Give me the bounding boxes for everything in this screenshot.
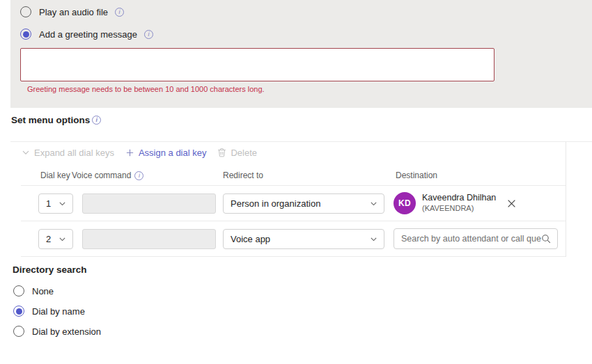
radio-dial-by-name[interactable]: Dial by name bbox=[13, 306, 85, 317]
dial-key-dropdown[interactable]: 1 bbox=[38, 193, 73, 214]
radio-dial-by-extension[interactable]: Dial by extension bbox=[13, 326, 101, 337]
greeting-message-textarea[interactable] bbox=[20, 48, 494, 81]
radio-none[interactable]: None bbox=[13, 285, 54, 296]
person-alias: (KAVEENDRA) bbox=[422, 204, 496, 214]
greeting-error-message: Greeting message needs to be between 10 … bbox=[27, 85, 265, 93]
avatar: KD bbox=[394, 192, 416, 214]
chevron-down-icon bbox=[370, 235, 377, 243]
radio-icon[interactable] bbox=[20, 29, 31, 40]
radio-dial-by-name-label: Dial by name bbox=[29, 306, 85, 317]
destination-person: KD Kaveendra Dhilhan (KAVEENDRA) bbox=[394, 192, 516, 214]
dial-key-row-1: 1 Person in organization KD Kaveendra Dh… bbox=[21, 186, 566, 221]
chevron-down-icon bbox=[59, 235, 66, 243]
radio-icon[interactable] bbox=[13, 326, 24, 337]
assign-dial-key-button[interactable]: Assign a dial key bbox=[139, 148, 207, 158]
info-icon[interactable]: i bbox=[134, 171, 143, 180]
search-icon[interactable] bbox=[541, 234, 551, 244]
redirect-to-dropdown[interactable]: Voice app bbox=[223, 229, 384, 249]
greeting-panel: Play an audio file i Add a greeting mess… bbox=[10, 0, 592, 108]
radio-icon[interactable] bbox=[13, 306, 24, 317]
chevron-down-icon bbox=[370, 200, 377, 207]
set-menu-options-heading: Set menu options i bbox=[11, 115, 101, 125]
plus-icon[interactable] bbox=[125, 148, 134, 157]
radio-none-label: None bbox=[29, 286, 54, 296]
person-name: Kaveendra Dhilhan bbox=[422, 193, 496, 204]
radio-add-greeting-message[interactable]: Add a greeting message i bbox=[20, 29, 153, 40]
directory-search-title: Directory search bbox=[13, 264, 87, 275]
header-voice-command: Voice command i bbox=[72, 171, 143, 180]
directory-search-heading: Directory search bbox=[13, 264, 87, 275]
voice-command-input bbox=[82, 229, 216, 249]
close-icon[interactable] bbox=[507, 199, 516, 208]
info-icon[interactable]: i bbox=[115, 8, 124, 17]
chevron-down-icon bbox=[59, 200, 66, 207]
header-dial-key: Dial key bbox=[40, 171, 70, 180]
header-redirect-to: Redirect to bbox=[223, 171, 263, 180]
expand-all-dial-keys-button[interactable]: Expand all dial keys bbox=[34, 148, 114, 158]
destination-search-box[interactable] bbox=[394, 228, 558, 249]
radio-play-audio-file[interactable]: Play an audio file i bbox=[20, 6, 124, 17]
radio-dial-by-extension-label: Dial by extension bbox=[29, 326, 101, 337]
divider bbox=[10, 141, 592, 142]
table-right-border bbox=[566, 142, 566, 257]
info-icon[interactable]: i bbox=[144, 30, 153, 39]
radio-play-audio-label: Play an audio file bbox=[36, 7, 108, 17]
radio-greeting-label: Add a greeting message bbox=[36, 29, 137, 40]
set-menu-options-title: Set menu options bbox=[11, 115, 90, 125]
destination-search-input[interactable] bbox=[401, 234, 541, 244]
table-header-row: Dial key Voice command i Redirect to Des… bbox=[21, 167, 566, 186]
redirect-to-dropdown[interactable]: Person in organization bbox=[223, 193, 384, 214]
trash-icon[interactable] bbox=[217, 148, 226, 157]
info-icon[interactable]: i bbox=[92, 116, 101, 125]
chevron-down-icon[interactable] bbox=[22, 148, 30, 157]
voice-command-input bbox=[82, 193, 216, 214]
dial-key-table: Dial key Voice command i Redirect to Des… bbox=[21, 167, 566, 257]
dial-key-row-2: 2 Voice app bbox=[21, 221, 566, 257]
delete-button[interactable]: Delete bbox=[231, 148, 257, 158]
radio-icon[interactable] bbox=[20, 6, 31, 17]
radio-icon[interactable] bbox=[13, 285, 24, 296]
header-destination: Destination bbox=[396, 171, 437, 180]
dial-key-toolbar: Expand all dial keys Assign a dial key D… bbox=[22, 143, 257, 161]
dial-key-dropdown[interactable]: 2 bbox=[38, 229, 73, 249]
